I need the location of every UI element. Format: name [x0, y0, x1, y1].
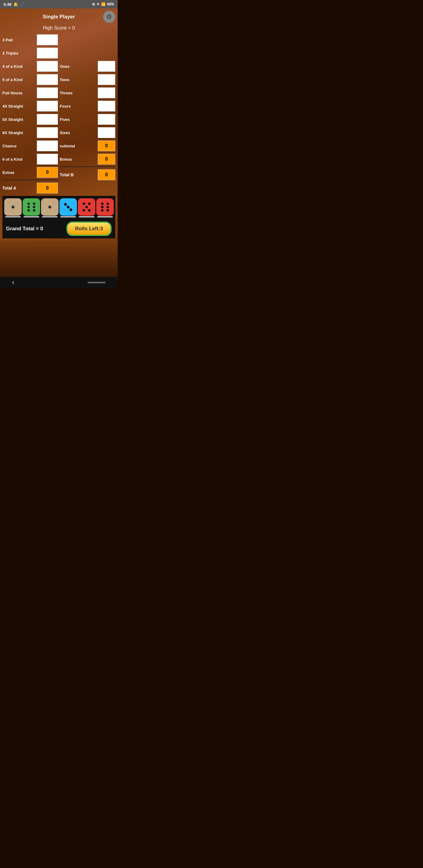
box-threes[interactable]	[98, 87, 115, 98]
box-sixes[interactable]	[98, 127, 115, 138]
row-3pair[interactable]: 3 Pair	[2, 34, 58, 46]
box-fours[interactable]	[98, 101, 115, 112]
box-ones[interactable]	[98, 61, 115, 72]
box-5kind[interactable]	[37, 74, 58, 85]
row-extras: Extras 0	[2, 166, 58, 179]
dnd-icon: ⊖	[92, 2, 95, 6]
label-4kind: 4 of a Kind	[2, 64, 37, 69]
row-5xstraight[interactable]: 5X Straight	[2, 113, 58, 125]
svg-point-10	[69, 209, 72, 211]
box-twos[interactable]	[98, 74, 115, 85]
box-6kind[interactable]	[37, 154, 58, 164]
die-6[interactable]	[96, 198, 114, 216]
label-6xstraight: 6X Straight	[2, 130, 37, 135]
row-threes[interactable]: Threes	[60, 87, 115, 99]
label-2triples: 2 Triples	[2, 51, 37, 56]
svg-point-3	[27, 206, 30, 208]
label-sixes: Sixes	[60, 130, 70, 135]
row-5kind[interactable]: 5 of a Kind	[2, 73, 58, 86]
game-area: Single Player ⚙ High Score = 0 3 Pair 2 …	[0, 8, 118, 241]
wifi-icon: ▼	[96, 2, 100, 6]
row-6kind[interactable]: 6 of a Kind	[2, 153, 58, 165]
box-bonus: 0	[98, 154, 115, 164]
die-2[interactable]	[23, 198, 40, 216]
svg-point-2	[33, 203, 35, 205]
die-3-container	[41, 198, 59, 218]
die-3[interactable]	[41, 198, 59, 216]
notification-icon: 🔔	[13, 2, 18, 7]
svg-point-20	[101, 209, 104, 212]
label-threes: Threes	[60, 91, 73, 95]
die-1-container	[4, 198, 22, 218]
label-fives: Fives	[60, 117, 70, 122]
label-extras: Extras	[2, 170, 37, 175]
box-4xstraight[interactable]	[37, 101, 58, 112]
box-5xstraight[interactable]	[37, 114, 58, 125]
box-4kind[interactable]	[37, 61, 58, 72]
svg-point-14	[83, 209, 85, 212]
die-2-underline	[24, 216, 39, 217]
row-4kind[interactable]: 4 of a Kind	[2, 60, 58, 72]
label-bonus: Bonus	[60, 157, 72, 161]
svg-point-5	[27, 209, 30, 212]
box-6xstraight[interactable]	[37, 127, 58, 138]
score-columns: 3 Pair 2 Triples 4 of a Kind 5 of a Kind…	[2, 34, 115, 195]
row-fours[interactable]: Fours	[60, 100, 115, 112]
svg-point-0	[11, 206, 15, 209]
total-b-row: Total B 0	[60, 168, 115, 181]
extra-area	[0, 241, 118, 277]
row-2triples[interactable]: 2 Triples	[2, 47, 58, 59]
label-5kind: 5 of a Kind	[2, 78, 37, 82]
row-6xstraight[interactable]: 6X Straight	[2, 127, 58, 138]
battery-label: 40%	[107, 2, 114, 6]
die-1[interactable]	[4, 198, 22, 216]
box-2triples[interactable]	[37, 48, 58, 59]
high-score: High Score = 0	[2, 25, 115, 31]
row-subtotal: subtotal 0	[60, 140, 115, 152]
back-button[interactable]: ‹	[12, 278, 14, 286]
die-5-underline	[79, 216, 94, 217]
svg-point-13	[85, 206, 88, 208]
die-4-container	[59, 198, 77, 218]
game-title: Single Player	[15, 14, 103, 20]
row-sixes[interactable]: Sixes	[60, 127, 115, 138]
left-column: 3 Pair 2 Triples 4 of a Kind 5 of a Kind…	[2, 34, 58, 195]
box-3pair[interactable]	[37, 34, 58, 45]
home-indicator[interactable]	[87, 282, 106, 283]
row-twos[interactable]: Twos	[60, 73, 115, 86]
svg-point-12	[88, 203, 90, 205]
die-1-face	[6, 200, 20, 214]
bottom-nav: ‹	[0, 277, 118, 288]
die-1-underline	[5, 216, 21, 217]
row-chance[interactable]: Chance	[2, 140, 58, 152]
grand-total: Grand Total = 0	[6, 226, 43, 232]
box-fullhouse[interactable]	[37, 87, 58, 98]
row-ones[interactable]: Ones	[60, 60, 115, 72]
die-6-underline	[97, 216, 113, 217]
total-a-row: Total A 0	[2, 181, 58, 195]
row-fullhouse[interactable]: Full House	[2, 87, 58, 99]
svg-point-17	[107, 203, 109, 205]
dice-section	[2, 196, 115, 219]
svg-point-21	[107, 209, 109, 212]
label-total-b: Total B	[60, 173, 74, 177]
svg-point-19	[107, 206, 109, 208]
box-fives[interactable]	[98, 114, 115, 125]
svg-point-7	[48, 206, 51, 209]
row-4xstraight[interactable]: 4X Straight	[2, 100, 58, 112]
gear-icon: ⚙	[106, 13, 112, 21]
music-icon: 🎵	[20, 2, 25, 7]
label-twos: Twos	[60, 78, 69, 82]
settings-button[interactable]: ⚙	[103, 11, 115, 23]
bottom-bar: Grand Total = 0 Rolls Left:3	[2, 219, 115, 239]
die-4[interactable]	[59, 198, 77, 216]
die-5[interactable]	[78, 198, 95, 216]
time: 6:46	[4, 2, 11, 7]
row-fives[interactable]: Fives	[60, 113, 115, 125]
label-subtotal: subtotal	[60, 144, 75, 148]
die-5-face	[80, 200, 93, 214]
box-chance[interactable]	[37, 141, 58, 151]
svg-point-11	[83, 203, 85, 205]
rolls-left-button[interactable]: Rolls Left:3	[66, 221, 112, 236]
divider-left	[2, 180, 58, 180]
